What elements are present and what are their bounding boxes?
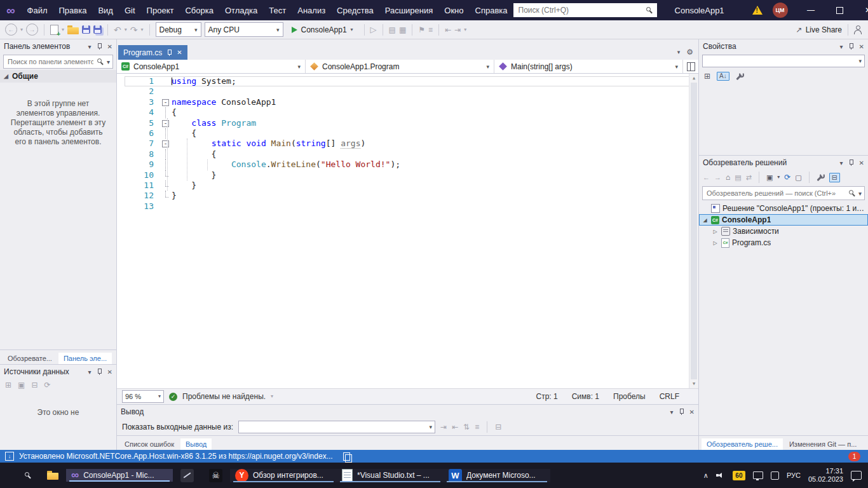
taskbar-yandex-window-button[interactable]: YОбзор интегриров... xyxy=(230,469,337,482)
caret-line-indicator[interactable]: Стр: 1 xyxy=(536,392,558,401)
navigate-back-button[interactable]: ← xyxy=(5,24,17,36)
breadcrumb-dropdown[interactable]: Main(string[] args)▾ xyxy=(494,60,683,73)
taskbar-darkapp-button[interactable] xyxy=(173,469,201,482)
toolbox-search-box[interactable]: ▾ xyxy=(3,55,113,69)
tree-item[interactable]: Решение "ConsoleApp1" (проекты: 1 из 1) xyxy=(699,203,868,214)
toolbox-search-input[interactable] xyxy=(6,57,95,66)
edit-data-source-icon[interactable]: ▣ xyxy=(18,381,25,389)
show-all-files-icon[interactable]: ▣ xyxy=(766,174,773,181)
live-share-button[interactable]: Live Share xyxy=(806,25,842,34)
code-line[interactable]: 7 static void Main(string[] args) xyxy=(125,139,698,149)
indicator-60-icon[interactable]: 60 xyxy=(733,471,745,480)
code-line[interactable]: 5 class Program xyxy=(125,118,698,128)
code-line[interactable]: 12} xyxy=(125,191,698,201)
split-editor-button[interactable] xyxy=(683,60,698,73)
tray-app-icon[interactable] xyxy=(771,471,779,480)
solution-search-box[interactable]: ▾ xyxy=(702,186,865,200)
code-line[interactable]: 11 } xyxy=(125,180,698,191)
tool-tab[interactable]: Вывод xyxy=(180,438,212,450)
quick-search-input[interactable] xyxy=(517,5,646,15)
taskbar-skull-button[interactable]: ☠ xyxy=(201,469,230,482)
sync-with-active-document-icon[interactable]: ⇄ xyxy=(746,174,752,181)
configure-icon[interactable]: ⊟ xyxy=(31,381,37,389)
find-message-icon[interactable]: ⇥ xyxy=(440,423,447,431)
refresh-icon[interactable]: ⟳ xyxy=(784,173,790,181)
back-icon[interactable]: ← xyxy=(703,174,710,181)
toolbox-section-general[interactable]: ◢ Общие xyxy=(0,70,116,83)
scrollbar-thumb[interactable] xyxy=(691,83,697,379)
close-icon[interactable]: ✕ xyxy=(107,369,112,376)
code-line[interactable]: 3namespace ConsoleApp1 xyxy=(125,97,698,107)
property-pages-wrench-icon[interactable] xyxy=(736,72,744,81)
menu-item[interactable]: Расширения xyxy=(379,0,439,20)
chevron-down-icon[interactable]: ▾ xyxy=(840,159,843,166)
toolbox-header[interactable]: Панель элементов ▾ ✕ xyxy=(0,39,116,53)
collapsed-expander-icon[interactable]: ▷ xyxy=(712,229,719,234)
word-wrap-icon[interactable]: ≡ xyxy=(475,423,479,431)
chevron-down-icon[interactable]: ▾ xyxy=(777,175,780,180)
data-sources-header[interactable]: Источники данных ▾ ✕ xyxy=(0,365,116,379)
health-check-icon[interactable]: ✓ xyxy=(169,393,177,401)
forward-icon[interactable]: → xyxy=(714,174,721,181)
user-avatar[interactable]: ЦМ xyxy=(773,3,788,18)
indent-button[interactable]: ⇥ xyxy=(454,26,461,34)
notification-badge[interactable]: 1 xyxy=(848,452,860,461)
find-previous-icon[interactable]: ⇤ xyxy=(452,423,458,431)
menu-item[interactable]: Анализ xyxy=(292,0,331,20)
breadcrumb-dropdown[interactable]: C#ConsoleApp1▾ xyxy=(117,60,306,73)
open-file-button[interactable] xyxy=(67,25,79,34)
pin-tab-icon[interactable] xyxy=(166,49,172,57)
search-icon[interactable] xyxy=(849,190,856,197)
navigate-forward-button[interactable]: → xyxy=(26,24,38,36)
fold-collapse-icon[interactable] xyxy=(160,97,172,107)
categorized-view-icon[interactable]: ⊞ xyxy=(704,72,710,80)
switch-views-icon[interactable]: ▤ xyxy=(735,174,741,181)
code-line[interactable]: 8 { xyxy=(125,149,698,159)
solution-configuration-dropdown[interactable]: Debug ▾ xyxy=(156,22,201,37)
chevron-down-icon[interactable]: ▾ xyxy=(840,43,843,50)
menu-item[interactable]: Отладка xyxy=(219,0,263,20)
collapse-output-icon[interactable]: ⊟ xyxy=(495,423,501,431)
scroll-down-icon[interactable]: ▼ xyxy=(689,381,698,386)
action-center-icon[interactable] xyxy=(851,471,862,480)
code-line[interactable]: 1using System; xyxy=(125,76,698,86)
refresh-icon[interactable]: ⟳ xyxy=(44,381,50,389)
tool-tab[interactable]: Панель эле... xyxy=(58,353,112,364)
pin-icon[interactable] xyxy=(679,408,684,416)
save-button[interactable] xyxy=(82,25,90,34)
redo-dropdown-icon[interactable]: ▾ xyxy=(141,27,144,32)
output-header[interactable]: Вывод ▾ ✕ xyxy=(117,405,698,419)
fold-collapse-icon[interactable] xyxy=(160,139,172,149)
clear-output-icon[interactable]: ⇅ xyxy=(463,423,470,431)
pin-icon[interactable] xyxy=(97,43,102,50)
start-debugging-button[interactable]: ConsoleApp1 ▾ xyxy=(287,22,358,37)
menu-item[interactable]: Справка xyxy=(470,0,513,20)
copy-icon[interactable] xyxy=(343,452,350,461)
keyboard-language-indicator[interactable]: РУС xyxy=(787,471,801,479)
search-icon[interactable] xyxy=(646,7,653,14)
navigate-back-dropdown-icon[interactable]: ▾ xyxy=(20,27,23,32)
bookmark-button[interactable]: ⚑ xyxy=(418,26,425,34)
output-source-dropdown[interactable]: ▾ xyxy=(238,421,435,433)
close-icon[interactable]: ✕ xyxy=(107,43,112,50)
tool-tab[interactable]: Обозревате... xyxy=(3,353,57,364)
tree-item[interactable]: ▷Зависимости xyxy=(699,226,868,237)
spaces-indicator[interactable]: Пробелы xyxy=(613,392,646,401)
taskbar-word-window-button[interactable]: WДокумент Microso... xyxy=(444,469,550,482)
menu-item[interactable]: Файл xyxy=(22,0,53,20)
code-line[interactable]: 13 xyxy=(125,201,698,212)
taskbar-search-button[interactable] xyxy=(17,472,39,479)
pin-icon[interactable] xyxy=(97,368,102,376)
solution-search-input[interactable] xyxy=(705,189,846,198)
toolbar-options-chevron-icon[interactable]: ▾ xyxy=(464,27,466,32)
menu-item[interactable]: Правка xyxy=(53,0,93,20)
tree-item[interactable]: ▷C#Program.cs xyxy=(699,237,868,248)
undo-dropdown-icon[interactable]: ▾ xyxy=(125,27,127,32)
properties-object-dropdown[interactable]: ▾ xyxy=(702,55,865,67)
active-files-chevron-icon[interactable]: ▾ xyxy=(677,50,681,55)
alphabetical-sort-icon[interactable]: А↓ xyxy=(717,72,729,81)
taskbar-vs-window-button[interactable]: ∞ConsoleApp1 - Mic... xyxy=(66,469,173,482)
expanded-expander-icon[interactable]: ◢ xyxy=(702,217,709,223)
feedback-person-icon[interactable] xyxy=(854,25,862,34)
taskbar-explorer-button[interactable] xyxy=(39,471,66,480)
